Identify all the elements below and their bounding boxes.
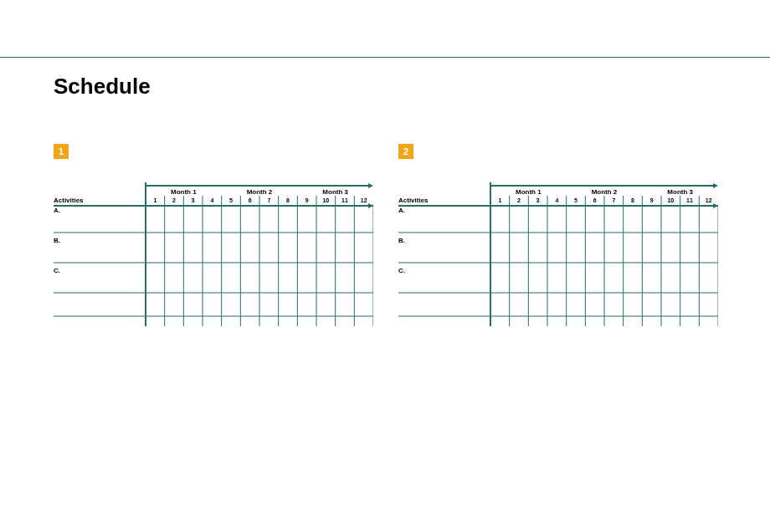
week-label: 7 — [612, 197, 615, 203]
badge-2: 2 — [398, 144, 413, 159]
month-label: Month 2 — [592, 188, 618, 196]
activity-row-label: C. — [54, 267, 60, 274]
week-label: 1 — [498, 197, 501, 203]
week-label: 1 — [153, 197, 157, 203]
week-label: 10 — [667, 197, 674, 203]
horizontal-rule — [0, 57, 770, 58]
activity-row-label: B. — [398, 237, 405, 244]
svg-marker-1 — [368, 183, 373, 188]
week-label: 5 — [229, 197, 233, 203]
axis-label-activities: Activities — [398, 197, 429, 204]
month-label: Month 3 — [667, 188, 693, 196]
week-label: 11 — [686, 197, 693, 203]
week-label: 8 — [631, 197, 634, 203]
week-label: 2 — [517, 197, 521, 203]
week-label: 6 — [249, 197, 252, 203]
month-label: Month 2 — [247, 188, 273, 196]
svg-marker-35 — [713, 183, 718, 188]
month-label: Month 3 — [322, 188, 348, 196]
axis-label-activities: Activities — [54, 197, 84, 204]
month-label: Month 1 — [171, 188, 197, 196]
week-label: 9 — [650, 197, 654, 203]
week-label: 4 — [555, 197, 558, 203]
week-label: 2 — [172, 197, 176, 203]
week-label: 9 — [305, 197, 309, 203]
month-label: Month 1 — [516, 188, 542, 196]
svg-marker-63 — [713, 203, 718, 208]
week-label: 6 — [593, 197, 597, 203]
page-title: Schedule — [54, 74, 151, 100]
activity-row-label: A. — [54, 207, 60, 214]
gantt-svg: Month 1Month 2Month 3123456789101112Acti… — [398, 182, 718, 326]
week-label: 8 — [286, 197, 290, 203]
week-label: 7 — [267, 197, 270, 203]
week-label: 3 — [192, 197, 195, 203]
badge-1: 1 — [54, 144, 69, 159]
week-label: 5 — [574, 197, 578, 203]
week-label: 4 — [210, 197, 213, 203]
gantt-chart-2: Month 1Month 2Month 3123456789101112Acti… — [398, 182, 718, 326]
week-label: 10 — [322, 197, 329, 203]
activity-row-label: B. — [54, 237, 60, 244]
week-label: 12 — [361, 197, 367, 203]
week-label: 11 — [341, 197, 348, 203]
gantt-svg: Month 1Month 2Month 3123456789101112Acti… — [54, 182, 373, 326]
page: Schedule 1 2 Month 1Month 2Month 3123456… — [0, 0, 770, 532]
gantt-chart-1: Month 1Month 2Month 3123456789101112Acti… — [54, 182, 373, 326]
activity-row-label: A. — [398, 207, 405, 214]
week-label: 12 — [706, 197, 712, 203]
svg-marker-29 — [368, 203, 373, 208]
week-label: 3 — [536, 197, 540, 203]
activity-row-label: C. — [398, 267, 405, 274]
